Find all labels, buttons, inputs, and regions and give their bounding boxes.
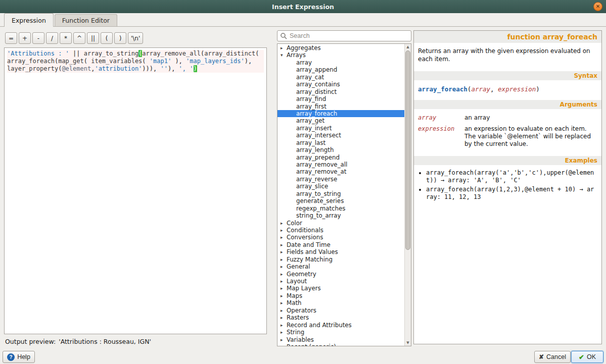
tree-item[interactable]: string_to_array (277, 212, 404, 219)
tree-item[interactable]: array_reverse (277, 176, 404, 183)
tree-item[interactable]: array_prepend (277, 154, 404, 161)
tree-item-label: Date and Time (287, 241, 331, 248)
tree-item[interactable]: array_slice (277, 183, 404, 190)
cancel-button[interactable]: ✘ Cancel (534, 351, 571, 363)
chevron-right-icon[interactable]: ▸ (281, 241, 287, 248)
chevron-right-icon[interactable]: ▸ (281, 314, 287, 321)
tree-group[interactable]: ▸Math (277, 299, 404, 306)
operator-button[interactable]: = (5, 32, 17, 44)
tree-group[interactable]: ▸Rasters (277, 314, 404, 321)
close-button[interactable]: ✕ (593, 2, 602, 11)
tree-group[interactable]: ▸Fields and Values (277, 248, 404, 255)
tree-item[interactable]: array_distinct (277, 88, 404, 95)
chevron-right-icon[interactable]: ▸ (281, 322, 287, 329)
tree-group[interactable]: ▸Maps (277, 292, 404, 299)
tree-item[interactable]: array_insert (277, 125, 404, 132)
tree-group[interactable]: ▾Recent (generic) (277, 343, 404, 346)
chevron-right-icon[interactable]: ▸ (281, 271, 287, 278)
tree-scrollbar-thumb[interactable] (405, 50, 410, 250)
tree-group[interactable]: ▾Arrays (277, 51, 404, 59)
tree-group[interactable]: ▸String (277, 329, 404, 336)
tree-item[interactable]: array_foreach (277, 110, 404, 117)
chevron-right-icon[interactable]: ▸ (281, 299, 287, 306)
tree-group[interactable]: ▸Map Layers (277, 285, 404, 292)
cancel-button-label: Cancel (546, 353, 566, 360)
tree-group[interactable]: ▸Aggregates (277, 44, 404, 51)
tree-item-label: Maps (287, 292, 302, 299)
tree-item-label: array_reverse (296, 176, 337, 183)
operator-button[interactable]: / (46, 32, 58, 44)
chevron-right-icon[interactable]: ▸ (281, 292, 287, 299)
tree-group[interactable]: ▸General (277, 263, 404, 270)
help-examples: array_foreach(array('a','b','c'),upper(@… (426, 169, 597, 201)
chevron-right-icon[interactable]: ▸ (281, 256, 287, 263)
search-input[interactable] (277, 30, 411, 41)
chevron-down-icon[interactable]: ▾ (281, 343, 287, 346)
tree-item[interactable]: array_to_string (277, 190, 404, 197)
tree-group[interactable]: ▸Variables (277, 336, 404, 343)
tree-group[interactable]: ▸Operators (277, 307, 404, 314)
tree-item-label: array_insert (296, 125, 332, 132)
chevron-right-icon[interactable]: ▸ (281, 44, 287, 51)
scroll-down-icon[interactable]: ▼ (405, 341, 411, 345)
chevron-right-icon[interactable]: ▸ (281, 220, 287, 227)
operator-button[interactable]: * (60, 32, 72, 44)
tree-item[interactable]: generate_series (277, 197, 404, 204)
chevron-right-icon[interactable]: ▸ (281, 248, 287, 255)
tree-item[interactable]: array_length (277, 146, 404, 153)
tree-group[interactable]: ▸Color (277, 220, 404, 227)
titlebar: Insert Expression ✕ (0, 0, 606, 13)
chevron-right-icon[interactable]: ▸ (281, 227, 287, 234)
tree-item[interactable]: regexp_matches (277, 205, 404, 212)
tree-group[interactable]: ▸Conversions (277, 234, 404, 241)
operator-button[interactable]: - (32, 32, 44, 44)
tree-item-label: generate_series (296, 197, 344, 204)
operator-button[interactable]: + (19, 32, 31, 44)
operator-button[interactable]: ) (114, 32, 126, 44)
operator-button[interactable]: || (87, 32, 99, 44)
tree-item[interactable]: array_remove_at (277, 168, 404, 175)
tree-item[interactable]: array_remove_all (277, 161, 404, 168)
search-icon (280, 32, 287, 39)
tree-item-label: array_contains (296, 81, 340, 88)
output-preview-value: 'Attributions : Rousseau, IGN' (59, 338, 151, 345)
tree-group[interactable]: ▸Conditionals (277, 227, 404, 234)
tree-group[interactable]: ▸Fuzzy Matching (277, 256, 404, 263)
chevron-right-icon[interactable]: ▸ (281, 285, 287, 292)
ok-button[interactable]: ✔ OK (571, 351, 603, 363)
chevron-right-icon[interactable]: ▸ (281, 263, 287, 270)
chevron-right-icon[interactable]: ▸ (281, 329, 287, 336)
tree-scrollbar[interactable]: ▲ ▼ (404, 44, 411, 346)
help-button[interactable]: ? Help (3, 351, 35, 363)
chevron-right-icon[interactable]: ▸ (281, 278, 287, 285)
tree-group[interactable]: ▸Geometry (277, 271, 404, 278)
tree-item[interactable]: array (277, 59, 404, 66)
tree-item-label: array_prepend (296, 154, 340, 161)
tree-item-label: General (287, 263, 310, 270)
operator-button[interactable]: ( (101, 32, 113, 44)
chevron-right-icon[interactable]: ▸ (281, 234, 287, 241)
argument-name: array (418, 114, 462, 122)
operator-button[interactable]: '\n' (128, 32, 143, 44)
tree-item[interactable]: array_first (277, 103, 404, 110)
chevron-right-icon[interactable]: ▸ (281, 336, 287, 343)
tree-item[interactable]: array_intersect (277, 132, 404, 139)
tree-group[interactable]: ▸Date and Time (277, 241, 404, 248)
expression-editor[interactable]: 'Attributions : ' || array_to_string(arr… (4, 47, 267, 334)
tree-group[interactable]: ▸Layout (277, 278, 404, 285)
tab-function-editor[interactable]: Function Editor (55, 14, 117, 26)
tree-item[interactable]: array_find (277, 95, 404, 102)
chevron-right-icon[interactable]: ▸ (281, 307, 287, 314)
operator-toolbar: =+-/*^||()'\n' (5, 32, 143, 44)
tree-item[interactable]: array_cat (277, 74, 404, 81)
tree-item[interactable]: array_get (277, 117, 404, 124)
tree-item[interactable]: array_last (277, 139, 404, 146)
scroll-up-icon[interactable]: ▲ (405, 45, 411, 49)
chevron-down-icon[interactable]: ▾ (281, 51, 287, 59)
operator-button[interactable]: ^ (73, 32, 85, 44)
tree-group[interactable]: ▸Record and Attributes (277, 322, 404, 329)
function-help-panel: function array_foreach Returns an array … (413, 30, 602, 344)
tree-item[interactable]: array_append (277, 66, 404, 73)
tab-expression[interactable]: Expression (4, 13, 54, 27)
tree-item[interactable]: array_contains (277, 81, 404, 88)
